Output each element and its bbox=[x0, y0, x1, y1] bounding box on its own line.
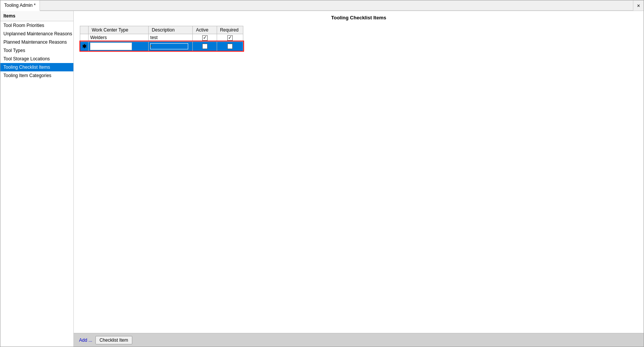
checkbox-active-new-unchecked[interactable] bbox=[202, 44, 208, 49]
sidebar-item-tooling-item-categories[interactable]: Tooling Item Categories bbox=[0, 71, 73, 80]
new-row-indicator: ✱ bbox=[82, 43, 87, 49]
checkbox-required-1-checked[interactable] bbox=[227, 35, 233, 41]
bottom-toolbar: Add ... Checklist Item bbox=[74, 333, 644, 347]
col-header-description: Description bbox=[149, 26, 193, 34]
right-panel: Tooling Checklist Items Work Center Type… bbox=[74, 11, 644, 347]
cell-description-1[interactable]: test bbox=[149, 34, 193, 42]
sidebar-item-unplanned-maintenance-reasons[interactable]: Unplanned Maintenance Reasons bbox=[0, 30, 73, 38]
cell-active-new[interactable] bbox=[193, 41, 217, 51]
panel-title: Tooling Checklist Items bbox=[74, 11, 644, 23]
checkbox-required-new-unchecked[interactable] bbox=[227, 44, 233, 49]
table-row: Welders test bbox=[80, 34, 243, 42]
checklist-item-button[interactable]: Checklist Item bbox=[95, 336, 132, 344]
sidebar-item-tool-storage-locations[interactable]: Tool Storage Locations bbox=[0, 55, 73, 63]
col-header-work-center-type: Work Center Type bbox=[89, 26, 149, 34]
cell-required-new[interactable] bbox=[217, 41, 243, 51]
window-tab[interactable]: Tooling Admin * bbox=[0, 0, 40, 11]
cell-required-1[interactable] bbox=[217, 34, 243, 42]
col-header-selector bbox=[80, 26, 89, 34]
sidebar: Items Tool Room Priorities Unplanned Mai… bbox=[0, 11, 74, 347]
close-icon: × bbox=[637, 3, 640, 9]
work-center-dropdown[interactable]: ▼ bbox=[90, 43, 132, 50]
add-button[interactable]: Add ... bbox=[78, 338, 93, 343]
sidebar-item-planned-maintenance-reasons[interactable]: Planned Maintenance Reasons bbox=[0, 38, 73, 46]
main-content: Items Tool Room Priorities Unplanned Mai… bbox=[0, 11, 644, 347]
sidebar-item-tool-room-priorities[interactable]: Tool Room Priorities bbox=[0, 21, 73, 30]
title-bar-spacer bbox=[40, 0, 633, 11]
main-window: Tooling Admin * × Items Tool Room Priori… bbox=[0, 0, 644, 347]
cell-description-new[interactable] bbox=[149, 41, 193, 51]
close-button[interactable]: × bbox=[633, 0, 644, 11]
row-selector-new: ✱ bbox=[80, 41, 89, 51]
work-center-input[interactable] bbox=[91, 44, 148, 49]
col-header-active: Active bbox=[193, 26, 217, 34]
description-input[interactable] bbox=[150, 43, 188, 49]
checkbox-active-1-checked[interactable] bbox=[202, 35, 208, 41]
table-row-new: ✱ ▼ bbox=[80, 41, 243, 51]
window-title: Tooling Admin * bbox=[4, 3, 36, 8]
data-grid: Work Center Type Description Active Requ… bbox=[80, 26, 243, 51]
cell-work-center-1[interactable]: Welders bbox=[89, 34, 149, 42]
cell-work-center-new[interactable]: ▼ bbox=[89, 41, 149, 51]
sidebar-header: Items bbox=[0, 11, 73, 21]
row-selector-1 bbox=[80, 34, 89, 42]
sidebar-item-tool-types[interactable]: Tool Types bbox=[0, 46, 73, 55]
title-bar: Tooling Admin * × bbox=[0, 0, 644, 11]
col-header-required: Required bbox=[217, 26, 243, 34]
cell-active-1[interactable] bbox=[193, 34, 217, 42]
sidebar-item-tooling-checklist-items[interactable]: Tooling Checklist Items bbox=[0, 63, 73, 71]
grid-area: Work Center Type Description Active Requ… bbox=[74, 23, 644, 333]
